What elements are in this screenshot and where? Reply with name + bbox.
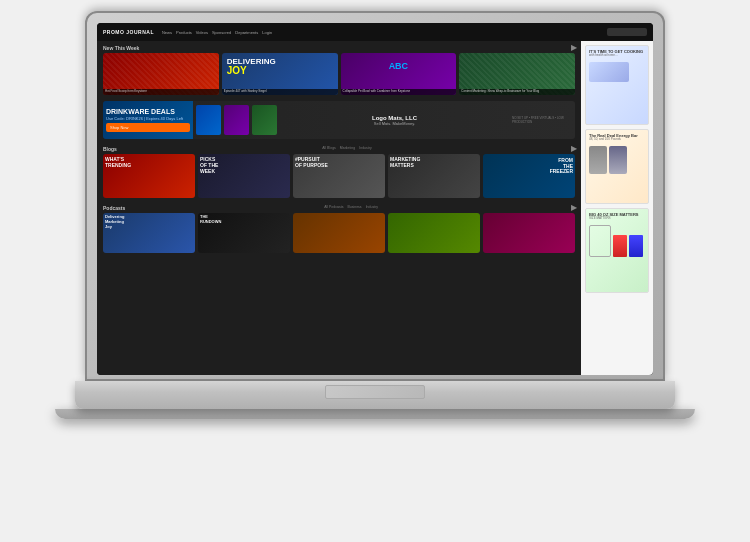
- new-this-week-header: New This Week ▶: [97, 41, 581, 53]
- sidebar-ad-1-text: IT'S TIME TO GET COOKING with health at …: [586, 46, 648, 85]
- blog-picks-text: PICKSOF THEWEEK: [200, 156, 288, 174]
- podcast-5[interactable]: [483, 213, 575, 253]
- blog-marketing[interactable]: MARKETINGMATTERS: [388, 154, 480, 198]
- blogs-row: WHAT'STRENDING PICKSOF THEWEEK #PURSUITO…: [97, 154, 581, 201]
- blog-marketing-text: MARKETINGMATTERS: [390, 156, 478, 168]
- podcasts-sub-links: All Podcasts Business Industry: [318, 205, 384, 209]
- drinkware-ad-right: Logo Mats, LLC Sell Mats. MakeMoney. NO …: [193, 101, 575, 139]
- drinkware-ad-subtitle: Use Code: DRINK26 | Expires 40 Days Left: [106, 116, 190, 121]
- nav-news[interactable]: News: [162, 30, 172, 35]
- podcasts-arrow[interactable]: ▶: [571, 203, 581, 212]
- screen: PROMO JOURNAL News Products Videos Spons…: [97, 23, 653, 375]
- blogs-arrow[interactable]: ▶: [571, 144, 581, 153]
- nav-videos[interactable]: Videos: [196, 30, 208, 35]
- abc-logo: ABC: [389, 61, 409, 71]
- blog-trending[interactable]: WHAT'STRENDING: [103, 154, 195, 198]
- thumb-pet-bowl-label: Collapsible Pet Bowl with Carabiner from…: [341, 89, 457, 95]
- sidebar-ad-2-text: The Real Deal Energy Bar 48, 50, and 100…: [586, 130, 648, 177]
- nav-links: News Products Videos Sponsored Departmen…: [162, 30, 599, 35]
- thumb-hot-food[interactable]: Hot Food Scoop from Keystone: [103, 53, 219, 95]
- blog-purpose-text: #PURSUITOF PURPOSE: [295, 156, 383, 168]
- thumb-delivering-joy[interactable]: DELIVERINGJOY Episode 447 with Stanley S…: [222, 53, 338, 95]
- blog-link-3[interactable]: Industry: [359, 146, 371, 150]
- freezer-text: FROMTHEFREEZER: [550, 158, 573, 175]
- thumb-deliver-label: Episode 447 with Stanley Siegel: [222, 89, 338, 95]
- drinkware-cta-button[interactable]: Shop Now: [106, 123, 190, 132]
- blog-link-2[interactable]: Marketing: [340, 146, 355, 150]
- sidebar-ad-2-sub: 48, 50, and 100 Pounds: [589, 138, 645, 142]
- search-box[interactable]: [607, 28, 647, 36]
- sidebar-ad-1-sub: with health at home...: [589, 54, 645, 58]
- drinkware-ad-banner[interactable]: DRINKWARE DEALS Use Code: DRINK26 | Expi…: [103, 101, 575, 139]
- delivering-overlay: DELIVERINGJOY: [227, 58, 276, 76]
- laptop-foot: [55, 409, 695, 419]
- blog-freezer[interactable]: FROMTHEFREEZER: [483, 154, 575, 198]
- drinkware-thumb-2: [224, 105, 249, 135]
- laptop-base: [75, 381, 675, 409]
- drinkware-thumb-1: [196, 105, 221, 135]
- sidebar-ad-3-text: BIG 40 OZ SIZE MATTERS SIZE MATTERS: [586, 209, 648, 260]
- thumb-content-marketing[interactable]: Content Marketing: Show Wrap-to Brainwav…: [459, 53, 575, 95]
- nav-products[interactable]: Products: [176, 30, 192, 35]
- navbar: PROMO JOURNAL News Products Videos Spons…: [97, 23, 653, 41]
- logo-mats-sub: Sell Mats. MakeMoney.: [282, 121, 507, 126]
- joy-text: JOY: [227, 65, 247, 76]
- blog-purpose[interactable]: #PURSUITOF PURPOSE: [293, 154, 385, 198]
- podcast-3[interactable]: [293, 213, 385, 253]
- podcast-4[interactable]: [388, 213, 480, 253]
- drinkware-thumb-3: [252, 105, 277, 135]
- podcast-deliver-text: DeliveringMarketingJoy: [105, 215, 193, 229]
- nav-login[interactable]: Login: [262, 30, 272, 35]
- sidebar-ad-3-sub: SIZE MATTERS: [589, 217, 645, 221]
- new-this-week-row: Hot Food Scoop from Keystone DELIVERINGJ…: [97, 53, 581, 98]
- new-this-week-arrow[interactable]: ▶: [571, 43, 581, 52]
- content-area: New This Week ▶ Hot Food Scoop from Keys…: [97, 41, 581, 375]
- sidebar-ad-2[interactable]: The Real Deal Energy Bar 48, 50, and 100…: [585, 129, 649, 204]
- ad-fine-print: NO SET UP • FREE VIRTUALS • LOW PRODUCTI…: [512, 116, 572, 124]
- podcasts-label: Podcasts: [97, 201, 131, 213]
- sidebar-ad-1[interactable]: IT'S TIME TO GET COOKING with health at …: [585, 45, 649, 125]
- blog-trending-text: WHAT'STRENDING: [105, 156, 193, 168]
- drinkware-ad-left: DRINKWARE DEALS Use Code: DRINK26 | Expi…: [103, 101, 193, 139]
- podcast-rundown-text: THERUNDOWN: [200, 215, 288, 225]
- logo-mats-ad: Logo Mats, LLC Sell Mats. MakeMoney.: [280, 113, 509, 128]
- podcast-rundown[interactable]: THERUNDOWN: [198, 213, 290, 253]
- podcast-delivering-joy[interactable]: DeliveringMarketingJoy: [103, 213, 195, 253]
- main-content: New This Week ▶ Hot Food Scoop from Keys…: [97, 41, 653, 375]
- podcast-link-1[interactable]: All Podcasts: [324, 205, 343, 209]
- blogs-header: Blogs All Blogs Marketing Industry ▶: [97, 142, 581, 154]
- thumb-content-label: Content Marketing: Show Wrap-to Brainwav…: [459, 89, 575, 95]
- drinkware-ad-title: DRINKWARE DEALS: [106, 108, 190, 115]
- podcast-link-3[interactable]: Industry: [366, 205, 378, 209]
- podcasts-header: Podcasts All Podcasts Business Industry …: [97, 201, 581, 213]
- blogs-label: Blogs: [97, 142, 123, 154]
- blog-link-1[interactable]: All Blogs: [322, 146, 336, 150]
- podcast-link-2[interactable]: Business: [347, 205, 361, 209]
- podcasts-row: DeliveringMarketingJoy THERUNDOWN: [97, 213, 581, 256]
- laptop-container: PROMO JOURNAL News Products Videos Spons…: [35, 11, 715, 531]
- nav-sponsored[interactable]: Sponsored: [212, 30, 231, 35]
- blog-picks[interactable]: PICKSOF THEWEEK: [198, 154, 290, 198]
- thumb-hot-food-label: Hot Food Scoop from Keystone: [103, 89, 219, 95]
- screen-bezel: PROMO JOURNAL News Products Videos Spons…: [85, 11, 665, 381]
- sidebar-ad-3[interactable]: BIG 40 OZ SIZE MATTERS SIZE MATTERS: [585, 208, 649, 293]
- blogs-sub-links: All Blogs Marketing Industry: [316, 146, 377, 150]
- new-this-week-label: New This Week: [97, 41, 145, 53]
- trackpad[interactable]: [325, 385, 425, 399]
- nav-departments[interactable]: Departments: [235, 30, 258, 35]
- thumb-pet-bowl[interactable]: ABC Collapsible Pet Bowl with Carabiner …: [341, 53, 457, 95]
- right-sidebar: IT'S TIME TO GET COOKING with health at …: [581, 41, 653, 375]
- logo: PROMO JOURNAL: [103, 29, 154, 35]
